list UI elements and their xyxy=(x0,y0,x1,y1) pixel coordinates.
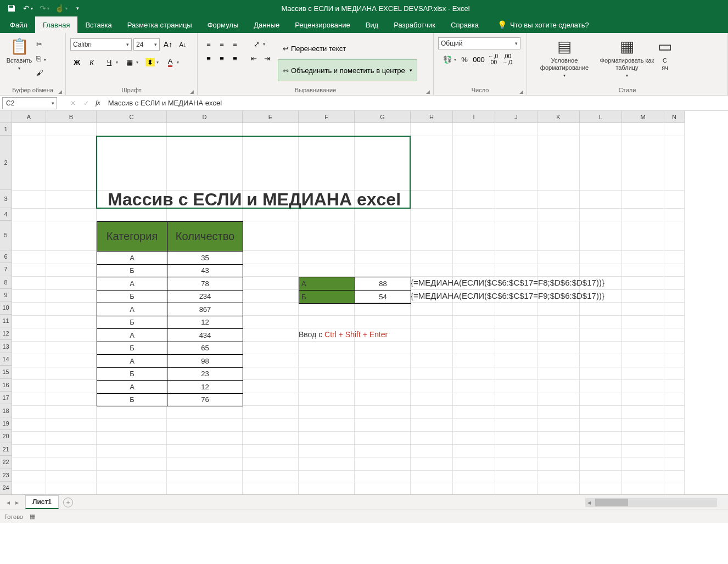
ribbon-tab-формулы[interactable]: Формулы xyxy=(200,16,247,33)
format-painter-button[interactable]: 🖌 xyxy=(36,66,47,79)
accounting-format-button[interactable]: 💱 xyxy=(438,53,457,66)
ribbon-tab-вставка[interactable]: Вставка xyxy=(77,16,119,33)
borders-button[interactable]: ▦ xyxy=(120,55,139,69)
align-right-button[interactable]: ≡ xyxy=(228,52,242,65)
orientation-button[interactable]: ⤢ xyxy=(247,37,266,51)
redo-button[interactable]: ↷ xyxy=(38,2,51,14)
conditional-formatting-button[interactable]: ▤ Условное форматирование xyxy=(531,34,597,79)
ribbon-tab-вид[interactable]: Вид xyxy=(358,16,387,33)
col-header-A[interactable]: A xyxy=(12,111,46,123)
col-header-J[interactable]: J xyxy=(495,111,537,123)
decrease-font-button[interactable]: A↓ xyxy=(176,38,189,51)
row-header-13[interactable]: 13 xyxy=(0,340,12,353)
row-header-21[interactable]: 21 xyxy=(0,443,12,456)
font-size-select[interactable]: 24 xyxy=(133,38,160,51)
col-header-H[interactable]: H xyxy=(411,111,453,123)
customize-qat[interactable]: ▾ xyxy=(71,2,83,14)
result-table[interactable]: А88Б54 xyxy=(299,277,411,304)
name-box[interactable]: C2 xyxy=(2,97,57,109)
increase-decimal-button[interactable]: ←,0,00 xyxy=(486,53,500,66)
decrease-indent-button[interactable]: ⇤ xyxy=(247,52,260,65)
add-sheet-button[interactable]: + xyxy=(63,498,73,507)
increase-indent-button[interactable]: ⇥ xyxy=(260,52,273,65)
row-header-12[interactable]: 12 xyxy=(0,327,12,340)
font-name-select[interactable]: Calibri xyxy=(70,38,132,51)
row-header-19[interactable]: 19 xyxy=(0,417,12,430)
sheet-nav-last[interactable]: ▸ xyxy=(15,499,19,506)
row-header-2[interactable]: 2 xyxy=(0,136,12,190)
col-header-N[interactable]: N xyxy=(664,111,685,123)
row-header-8[interactable]: 8 xyxy=(0,276,12,289)
col-header-L[interactable]: L xyxy=(580,111,622,123)
row-header-15[interactable]: 15 xyxy=(0,366,12,378)
align-left-button[interactable]: ≡ xyxy=(202,52,215,65)
row-header-22[interactable]: 22 xyxy=(0,456,12,468)
bold-button[interactable]: Ж xyxy=(70,55,83,69)
ribbon-tab-данные[interactable]: Данные xyxy=(246,16,287,33)
paste-button[interactable]: 📋 Вставить xyxy=(4,34,34,71)
select-all-corner[interactable] xyxy=(0,111,12,123)
save-icon[interactable] xyxy=(5,2,18,14)
row-header-9[interactable]: 9 xyxy=(0,289,12,301)
row-header-24[interactable]: 24 xyxy=(0,482,12,494)
col-header-G[interactable]: G xyxy=(355,111,411,123)
row-header-11[interactable]: 11 xyxy=(0,315,12,327)
format-as-table-button[interactable]: ▦ Форматировать как таблицу xyxy=(600,34,654,79)
row-header-17[interactable]: 17 xyxy=(0,392,12,404)
align-bottom-button[interactable]: ≡ xyxy=(228,37,242,51)
decrease-decimal-button[interactable]: ,00→,0 xyxy=(501,53,514,66)
col-header-C[interactable]: C xyxy=(97,111,167,123)
comma-format-button[interactable]: 000 xyxy=(472,53,485,66)
undo-button[interactable]: ↶ xyxy=(22,2,34,14)
ribbon-tab-файл[interactable]: Файл xyxy=(2,16,35,33)
col-header-B[interactable]: B xyxy=(46,111,97,123)
merge-center-button[interactable]: ⇿Объединить и поместить в центре▾ xyxy=(278,59,417,81)
ribbon-tab-разработчик[interactable]: Разработчик xyxy=(386,16,443,33)
col-header-E[interactable]: E xyxy=(243,111,299,123)
sheet-tab[interactable]: Лист1 xyxy=(25,495,59,509)
row-header-7[interactable]: 7 xyxy=(0,263,12,276)
formula-bar[interactable]: Массив с ЕСЛИ и МЕДИАНА excel xyxy=(105,99,728,107)
align-center-button[interactable]: ≡ xyxy=(215,52,228,65)
wrap-text-button[interactable]: ↩Перенести текст xyxy=(278,37,417,59)
italic-button[interactable]: К xyxy=(85,55,98,69)
row-header-14[interactable]: 14 xyxy=(0,353,12,366)
align-top-button[interactable]: ≡ xyxy=(202,37,215,51)
dialog-launcher-icon[interactable]: ◢ xyxy=(519,87,523,97)
cancel-formula-button[interactable]: ✕ xyxy=(68,99,78,107)
horizontal-scrollbar[interactable]: ◂ xyxy=(585,498,717,507)
number-format-select[interactable]: Общий xyxy=(438,37,520,49)
col-header-F[interactable]: F xyxy=(299,111,355,123)
row-header-16[interactable]: 16 xyxy=(0,379,12,392)
cut-button[interactable]: ✂ xyxy=(36,37,47,51)
copy-button[interactable]: ⎘ ▾ xyxy=(36,52,47,65)
col-header-K[interactable]: K xyxy=(537,111,580,123)
row-header-10[interactable]: 10 xyxy=(0,301,12,314)
underline-button[interactable]: Ч xyxy=(100,55,119,69)
fill-color-button[interactable]: ⬍ xyxy=(141,55,159,69)
font-color-button[interactable]: А xyxy=(161,55,180,69)
ribbon-tab-главная[interactable]: Главная xyxy=(35,16,77,33)
row-header-23[interactable]: 23 xyxy=(0,468,12,481)
percent-format-button[interactable]: % xyxy=(458,53,471,66)
ribbon-tab-справка[interactable]: Справка xyxy=(443,16,486,33)
tellme-input[interactable]: Что вы хотите сделать? xyxy=(510,21,589,29)
col-header-M[interactable]: M xyxy=(622,111,664,123)
ribbon-tab-разметка страницы[interactable]: Разметка страницы xyxy=(120,16,200,33)
dialog-launcher-icon[interactable]: ◢ xyxy=(190,87,194,97)
dialog-launcher-icon[interactable]: ◢ xyxy=(426,87,430,97)
row-header-18[interactable]: 18 xyxy=(0,404,12,417)
fx-icon[interactable]: fx xyxy=(96,99,100,107)
row-header-20[interactable]: 20 xyxy=(0,430,12,443)
row-header-6[interactable]: 6 xyxy=(0,250,12,263)
spreadsheet-grid[interactable]: Массив с ЕСЛИ и МЕДИАНА excelКатегорияКо… xyxy=(12,123,728,494)
ribbon-tab-рецензирование[interactable]: Рецензирование xyxy=(287,16,357,33)
col-header-I[interactable]: I xyxy=(453,111,495,123)
col-header-D[interactable]: D xyxy=(167,111,243,123)
cell-styles-button[interactable]: ▭ С яч xyxy=(657,34,673,71)
enter-formula-button[interactable]: ✓ xyxy=(81,99,91,107)
data-table[interactable]: КатегорияКоличествоА35Б43А78Б234А867Б12А… xyxy=(97,221,243,420)
row-header-3[interactable]: 3 xyxy=(0,190,12,208)
dialog-launcher-icon[interactable]: ◢ xyxy=(58,87,62,97)
touch-mode-button[interactable]: ☝ xyxy=(55,2,67,14)
